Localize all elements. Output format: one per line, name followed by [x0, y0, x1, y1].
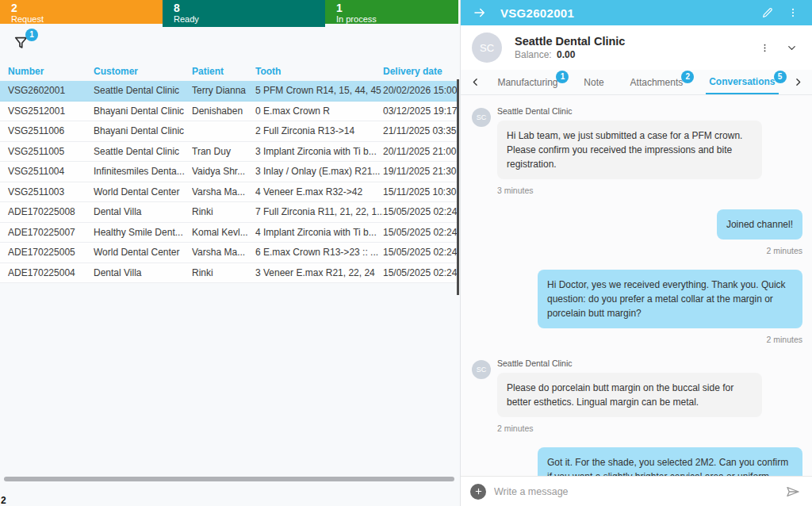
add-attachment-button[interactable]: [470, 484, 486, 500]
cell-customer: Healthy Smile Dent...: [94, 223, 192, 243]
table-row[interactable]: VSG2511004 Infinitesmiles Denta... Vaidy…: [0, 162, 458, 182]
clipped-count-text: 2: [1, 495, 9, 506]
status-label: Ready: [174, 14, 325, 24]
cell-patient: Komal Kevl...: [192, 223, 255, 243]
collapse-arrow-button[interactable]: [470, 3, 489, 22]
app-window: 2 Request 8 Ready 1 In process 1 Numb: [0, 0, 812, 506]
filter-button[interactable]: 1: [13, 33, 33, 54]
cell-delivery-date: 20/11/2025 21:00: [383, 142, 458, 162]
cell-delivery-date: 15/05/2025 02:24: [383, 263, 458, 283]
cell-number: VSG2602001: [8, 81, 94, 101]
status-count: 2: [11, 2, 163, 14]
cell-customer: Seattle Dental Clinic: [94, 81, 192, 101]
message-input[interactable]: [494, 486, 776, 497]
cell-number: VSG2511003: [8, 182, 94, 202]
status-label: Request: [11, 14, 163, 24]
client-avatar: SC: [472, 33, 502, 63]
status-tabs: 2 Request 8 Ready 1 In process: [0, 0, 460, 27]
status-tab-request[interactable]: 2 Request: [0, 0, 163, 24]
status-tab-in-process[interactable]: 1 In process: [325, 0, 458, 24]
status-label: In process: [336, 14, 458, 24]
balance-value: 0.00: [557, 49, 575, 60]
col-header-number[interactable]: Number: [8, 66, 94, 77]
table-row[interactable]: ADE170225008 Dental Villa Rinki 7 Full Z…: [0, 202, 458, 223]
cell-customer: Seattle Dental Clinic: [94, 142, 192, 162]
cell-patient: [192, 121, 255, 141]
detail-tab[interactable]: Attachments 2: [627, 70, 687, 94]
send-message-icon[interactable]: [783, 482, 802, 501]
horizontal-scrollbar[interactable]: [0, 476, 458, 482]
balance-label: Balance:: [515, 49, 552, 60]
chat-message: Joined channel! 2 minutes: [472, 209, 802, 255]
cell-customer: World Dental Center: [94, 182, 192, 202]
conversation-header: VSG2602001: [461, 0, 812, 25]
cell-customer: Bhayani Dental Clinic: [94, 121, 192, 141]
col-header-delivery-date[interactable]: Delivery date: [383, 66, 458, 77]
cell-delivery-date: 03/12/2025 19:17: [383, 102, 458, 121]
col-header-customer[interactable]: Customer: [94, 66, 192, 77]
detail-tab[interactable]: Manufacturing 1: [494, 70, 561, 94]
cell-tooth: 7 Full Zirconia R11, 21, 22, 1...: [255, 202, 383, 222]
detail-tab[interactable]: Note: [580, 70, 607, 94]
cell-customer: Bhayani Dental Clinic: [94, 102, 192, 121]
client-kebab-menu-icon[interactable]: [755, 38, 774, 57]
table-row[interactable]: ADE170225007 Healthy Smile Dent... Komal…: [0, 223, 458, 243]
orders-table-body: VSG2602001 Seattle Dental Clinic Terry D…: [0, 81, 458, 283]
message-timestamp: 2 minutes: [766, 335, 802, 344]
horizontal-scrollbar-thumb[interactable]: [4, 477, 454, 481]
status-tab-ready[interactable]: 8 Ready: [163, 0, 325, 27]
cell-patient: Tran Duy: [192, 142, 255, 162]
cell-delivery-date: 19/11/2025 21:30: [383, 162, 458, 182]
detail-tab[interactable]: Conversations 5: [706, 70, 778, 94]
table-row[interactable]: VSG2511005 Seattle Dental Clinic Tran Du…: [0, 142, 458, 163]
cell-number: VSG2512001: [8, 102, 94, 121]
message-timestamp: 3 minutes: [497, 186, 802, 195]
message-bubble: Joined channel!: [717, 209, 802, 240]
detail-tab-strip: Manufacturing 1 Note Attachments 2 Conve…: [461, 70, 812, 95]
edit-pencil-icon[interactable]: [758, 3, 777, 22]
cell-customer: Dental Villa: [94, 202, 192, 222]
detail-tab-badge: 1: [556, 71, 569, 83]
table-row[interactable]: ADE170225004 Dental Villa Rinki 3 Veneer…: [0, 263, 458, 284]
client-summary-row: SC Seattle Dental Clinic Balance: 0.00: [461, 25, 812, 70]
table-row[interactable]: VSG2602001 Seattle Dental Clinic Terry D…: [0, 81, 458, 102]
tabs-scroll-right-icon[interactable]: [788, 73, 807, 92]
cell-delivery-date: 15/11/2025 10:30: [383, 182, 458, 202]
message-composer: [461, 476, 812, 506]
messages-list[interactable]: SC Seattle Dental Clinic Hi Lab team, we…: [461, 95, 812, 476]
table-row[interactable]: VSG2511006 Bhayani Dental Clinic 2 Full …: [0, 121, 458, 142]
orders-panel: 2 Request 8 Ready 1 In process 1 Numb: [0, 0, 460, 506]
col-header-patient[interactable]: Patient: [192, 66, 255, 77]
cell-patient: Denishaben: [192, 102, 255, 121]
orders-table-header: Number Customer Patient Tooth Delivery d…: [0, 62, 458, 81]
cell-number: VSG2511005: [8, 142, 94, 162]
cell-delivery-date: 15/05/2025 02:24: [383, 202, 458, 222]
cell-patient: Varsha Ma...: [192, 182, 255, 202]
filter-funnel-icon: [13, 41, 30, 55]
table-row[interactable]: VSG2511003 World Dental Center Varsha Ma…: [0, 182, 458, 203]
client-info: Seattle Dental Clinic Balance: 0.00: [515, 34, 755, 61]
message-avatar: SC: [472, 360, 491, 379]
cell-tooth: 5 PFM Crown R14, 15, 44, 45: [255, 81, 383, 101]
header-kebab-menu-icon[interactable]: [783, 3, 802, 22]
table-row[interactable]: ADE170225005 World Dental Center Varsha …: [0, 243, 458, 263]
message-timestamp: 2 minutes: [497, 424, 802, 433]
detail-tab-label: Attachments: [630, 77, 684, 88]
collapse-chevron-down-icon[interactable]: [782, 38, 801, 57]
cell-number: ADE170225004: [8, 263, 94, 283]
col-header-tooth[interactable]: Tooth: [255, 66, 383, 77]
cell-tooth: 3 Veneer E.max R21, 22, 24: [255, 263, 383, 283]
cell-patient: Rinki: [192, 263, 255, 283]
table-row[interactable]: VSG2512001 Bhayani Dental Clinic Denisha…: [0, 102, 458, 122]
tabs-scroll-left-icon[interactable]: [465, 73, 485, 92]
cell-number: ADE170225005: [8, 243, 94, 263]
chat-message: SC Seattle Dental Clinic Hi Lab team, we…: [472, 106, 802, 195]
detail-tab-badge: 5: [774, 71, 787, 83]
cell-patient: Rinki: [192, 202, 255, 222]
message-sender: Seattle Dental Clinic: [497, 358, 802, 368]
cell-tooth: 3 Implant Zirconia with Ti b...: [255, 142, 383, 162]
cell-delivery-date: 15/05/2025 02:24: [383, 243, 458, 263]
cell-patient: Vaidya Shr...: [192, 162, 255, 182]
vertical-scroll-indicator[interactable]: [457, 79, 459, 295]
chat-message: SC Seattle Dental Clinic Please do porce…: [472, 358, 802, 433]
